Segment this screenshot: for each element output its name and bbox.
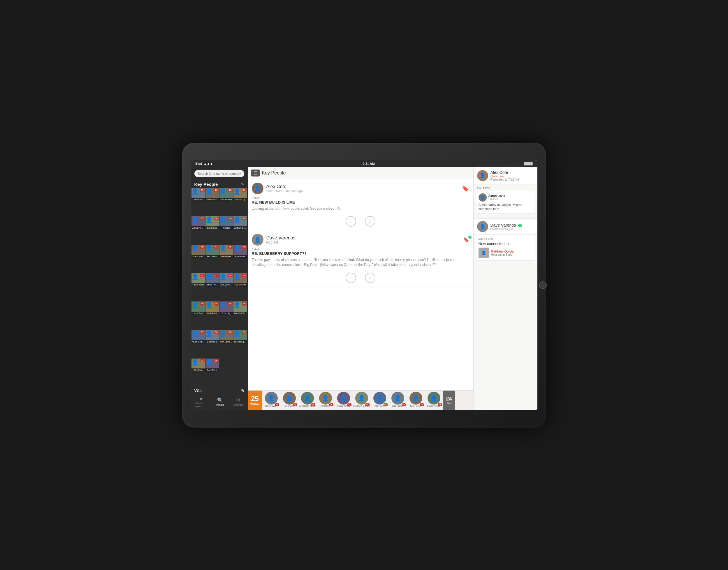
linkedin-name: Matthew Goldst xyxy=(491,250,515,253)
timeline-person[interactable]: 👤 48 David Weik xyxy=(262,390,281,410)
person-name: Donald Fischer xyxy=(205,283,219,287)
action-check-alex[interactable]: ✓ xyxy=(365,216,375,227)
person-cell[interactable]: 👤 38 John Lilly xyxy=(219,301,233,315)
person-score: 89 xyxy=(200,189,205,192)
feed-person-name-dave[interactable]: Dave Varenos xyxy=(266,235,461,241)
right-time-dave: Latest at 0:43 AM xyxy=(491,228,516,231)
date-num-24: 24 xyxy=(446,396,452,402)
feed-preview-dave: Thanks guys. Lots of choices out there. … xyxy=(252,258,469,267)
person-cell[interactable]: 👤 40 Mick Bain xyxy=(191,301,205,315)
tweet-author: Aaron Levie xyxy=(489,194,505,198)
person-cell[interactable]: 👤 33 paul henaghan xyxy=(233,330,247,344)
person-cell[interactable]: 👤 48 David Weik xyxy=(191,245,205,258)
key-people-label: Key People xyxy=(194,182,218,187)
right-divider xyxy=(474,217,537,217)
timeline-person[interactable]: 👤 36 John Lilly xyxy=(317,390,335,410)
person-name: John Schmocker xyxy=(219,340,233,344)
center-title: Key People xyxy=(262,171,286,176)
person-cell[interactable]: 👤 28 Dave Morin xyxy=(205,358,219,372)
person-cell[interactable]: 👤 38 Matt Naffah xyxy=(205,301,219,315)
person-score: 38 xyxy=(214,302,219,306)
person-cell[interactable]: 👤 71 Tom Foody xyxy=(233,188,247,202)
person-cell[interactable]: 👤 37 Walter Dedrick xyxy=(191,330,205,344)
person-cell[interactable]: 👤 67 Michael Theroux xyxy=(191,216,205,230)
bookmark-icon-dave[interactable]: 🔖2 xyxy=(464,237,469,243)
person-cell[interactable]: 👤 36 Gus Weber xyxy=(205,330,219,344)
menu-button[interactable]: ☰ xyxy=(251,170,260,177)
person-score: 40 xyxy=(242,274,246,277)
person-name: Laura Foody xyxy=(219,198,233,201)
person-cell[interactable]: 👤 89 Alex Cote xyxy=(191,188,205,202)
home-button[interactable] xyxy=(539,281,547,289)
feed-person-name-alex[interactable]: Alex Cote xyxy=(266,184,459,189)
person-cell[interactable]: 👤 31 Eli Wylen xyxy=(191,358,205,372)
timeline-person[interactable]: 👤 45 Lee Hower xyxy=(407,390,425,410)
person-cell[interactable]: 👤 41 Donald Fischer xyxy=(205,273,219,287)
timeline-person[interactable]: 👤 89 Alex Cote xyxy=(371,390,389,410)
feed-type-dave: EMAIL xyxy=(252,248,469,251)
battery-icon: ▓▓▓▓ xyxy=(524,162,532,165)
timeline-person[interactable]: 👤 42 Faina Tarola xyxy=(335,390,353,410)
person-score: 37 xyxy=(200,331,205,334)
tab-settings[interactable]: ⚙ Settings xyxy=(229,397,248,407)
feed-person-info-alex: Alex Cote Saved for 20 minutes ago xyxy=(266,184,459,193)
feed-item-alex: 👤 Alex Cote Saved for 20 minutes ago 🔖 E… xyxy=(248,179,473,231)
person-cell[interactable]: 👤 42 Faina Tarola xyxy=(191,273,205,287)
people-grid: 👤 89 Alex Cote 👤 78 David Bressler 👤 78 … xyxy=(191,188,248,387)
person-cell[interactable]: 👤 40 Kyle Bowker xyxy=(233,273,247,287)
person-name: Lee Hower xyxy=(219,255,233,258)
today-label: TODAY xyxy=(250,403,259,406)
edit-icon[interactable]: ✎ xyxy=(241,182,244,187)
action-down-dave[interactable]: ↓ xyxy=(346,273,356,283)
person-name: Gus Weber xyxy=(205,340,219,344)
tab-whats-new[interactable]: ★ What's New xyxy=(191,395,211,408)
timeline-person[interactable]: 👤 49 Matthew Gold... xyxy=(353,390,371,410)
right-name-dave: Dave Varenos xyxy=(491,223,516,228)
bookmark-icon-alex[interactable]: 🔖 xyxy=(462,185,469,192)
person-name: Jim Hall xyxy=(219,226,233,230)
settings-label: Settings xyxy=(233,403,243,406)
person-cell[interactable]: 👤 43 Ken Wilner xyxy=(233,245,247,258)
person-cell[interactable]: 👤 45 Lee Hower xyxy=(219,245,233,258)
timeline-person[interactable]: 👤 38 Josaphat Tango xyxy=(299,390,317,410)
person-name: Eric Collard xyxy=(205,255,219,258)
person-cell[interactable]: 👤 78 Laura Foody xyxy=(219,188,233,202)
person-cell[interactable]: 👤 54 Jim Hall xyxy=(219,216,233,230)
action-down-alex[interactable]: ↓ xyxy=(346,216,356,227)
tab-people[interactable]: 🔍 People xyxy=(211,397,229,407)
person-score: 67 xyxy=(200,217,205,220)
person-cell[interactable]: 👤 40 Mark Quinlivan xyxy=(219,273,233,287)
person-cell[interactable]: 👤 38 Josaphat Tango xyxy=(233,301,247,315)
timeline-person[interactable]: 👤 78 Laura Foody xyxy=(425,390,443,410)
person-name: Dave Morin xyxy=(205,368,219,372)
person-cell[interactable]: 👤 49 Matthew Gold... xyxy=(233,216,247,230)
person-score: 78 xyxy=(228,189,232,192)
center-panel: ☰ Key People 👤 Alex Cote Saved for 20 mi… xyxy=(248,167,473,410)
timeline-person[interactable]: 👤 89 Alex Cote xyxy=(281,390,299,410)
linkedin-avatar: 👤 xyxy=(479,248,489,258)
timeline-person[interactable]: 👤 60 Eric Hjerpe xyxy=(389,390,407,410)
person-cell[interactable]: 👤 78 David Bressler xyxy=(205,188,219,202)
person-score: 38 xyxy=(242,302,246,306)
person-cell[interactable]: 👤 60 Eric Hjerpe xyxy=(205,216,219,230)
search-input[interactable] xyxy=(194,170,244,177)
tweet-handle: • @levie xyxy=(489,198,505,200)
right-avatar-dave: 👤 xyxy=(477,221,488,232)
person-name: Mark Quinlivan xyxy=(219,283,233,287)
feed-type-alex: EMAIL xyxy=(252,197,469,200)
feed-person-time-alex: Saved for 20 minutes ago xyxy=(266,189,459,193)
person-score: 41 xyxy=(214,274,219,277)
tl-score: 42 xyxy=(347,403,351,406)
person-name: Faina Tarola xyxy=(191,283,205,287)
right-time-alex: Retweeted at 7:22 AM xyxy=(491,178,519,181)
feed-subject-dave: RE: BLUEBERRY SUPPORT?? xyxy=(252,251,469,256)
person-cell[interactable]: 👤 47 Eric Collard xyxy=(205,245,219,258)
action-check-dave[interactable]: ✓ xyxy=(365,273,375,283)
vcs-edit-icon[interactable]: ✎ xyxy=(241,388,244,393)
person-score: 47 xyxy=(214,245,219,249)
tweet-header: 👤 Aaron Levie • @levie xyxy=(479,194,532,202)
person-score: 48 xyxy=(200,245,205,249)
person-cell[interactable]: 👤 36 John Schmocker xyxy=(219,330,233,344)
wifi-icon: ▲▲▲ xyxy=(204,162,213,166)
settings-icon: ⚙ xyxy=(236,397,240,403)
